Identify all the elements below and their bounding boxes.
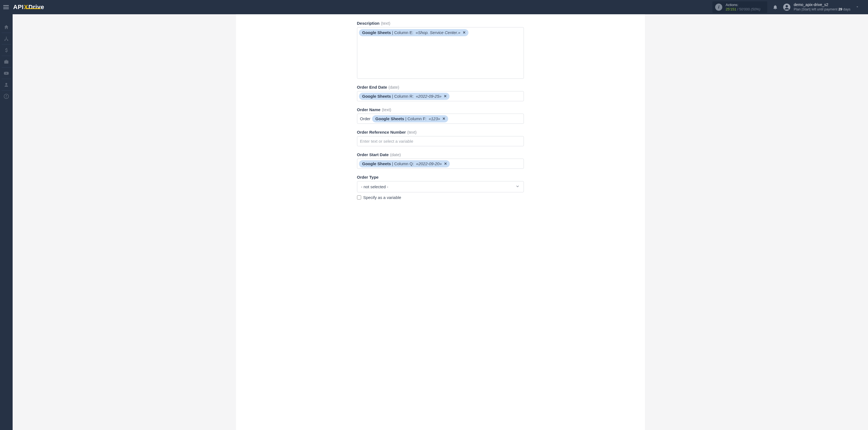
nav-help[interactable] <box>0 91 12 102</box>
field-order-ref: Order Reference Number (text) Enter text… <box>357 130 524 146</box>
chevron-down-icon <box>856 5 859 10</box>
avatar-icon <box>783 4 790 11</box>
form-card: Description (text) Google Sheets | Colum… <box>236 14 645 430</box>
nav-home[interactable] <box>0 22 12 33</box>
actions-numbers: 25'151 / 50'000 (50%) <box>725 7 760 11</box>
specify-as-variable-checkbox[interactable] <box>357 195 361 199</box>
field-label: Order Type <box>357 175 379 180</box>
field-description: Description (text) Google Sheets | Colum… <box>357 21 524 79</box>
nav-video[interactable] <box>0 67 12 79</box>
field-label: Order Name <box>357 107 381 112</box>
brand-logo[interactable]: API X Drive <box>13 4 44 11</box>
nav-tools[interactable] <box>0 56 12 67</box>
user-menu[interactable]: demo_apix-drive_s2 Plan |Start| left unt… <box>783 2 865 11</box>
nav-connections[interactable] <box>0 33 12 44</box>
brand-underline <box>26 8 41 9</box>
info-icon: i <box>715 4 722 11</box>
chip-remove-icon[interactable]: ✕ <box>444 93 447 99</box>
svg-point-1 <box>786 5 788 7</box>
field-type: (text) <box>381 21 390 26</box>
briefcase-icon <box>4 59 9 64</box>
brand-part-x: X <box>24 4 28 11</box>
page-body: Description (text) Google Sheets | Colum… <box>12 14 868 430</box>
field-label: Order End Date <box>357 85 387 89</box>
field-type: (text) <box>407 130 416 134</box>
field-label: Order Start Date <box>357 152 389 157</box>
help-icon <box>4 94 9 99</box>
field-order-start-date: Order Start Date (date) Google Sheets | … <box>357 152 524 169</box>
variable-chip[interactable]: Google Sheets | Column Q: «2022-09-20» ✕ <box>359 160 450 167</box>
specify-as-variable-label[interactable]: Specify as a variable <box>363 195 401 200</box>
sitemap-icon <box>4 36 9 41</box>
plan-line: Plan |Start| left until payment 29 days <box>794 7 850 12</box>
menu-toggle[interactable] <box>2 3 10 11</box>
actions-quota[interactable]: i Actions: 25'151 / 50'000 (50%) <box>712 1 767 13</box>
variable-chip[interactable]: Google Sheets | Column E: «Shop. Service… <box>359 29 468 36</box>
brand-part-api: API <box>13 4 24 11</box>
notifications-button[interactable] <box>771 2 780 12</box>
actions-used: 25'151 <box>725 7 736 11</box>
chevron-down-icon <box>515 184 520 189</box>
home-icon <box>4 24 9 30</box>
field-type: (date) <box>390 152 401 157</box>
description-input[interactable]: Google Sheets | Column E: «Shop. Service… <box>357 27 524 79</box>
variable-chip[interactable]: Google Sheets | Column F: «123» ✕ <box>372 115 448 122</box>
field-order-name: Order Name (text) Order Google Sheets | … <box>357 107 524 124</box>
brand-part-drive: Drive <box>28 4 44 11</box>
static-prefix: Order <box>359 116 370 121</box>
svg-point-2 <box>5 83 7 85</box>
order-start-date-input[interactable]: Google Sheets | Column Q: «2022-09-20» ✕ <box>357 159 524 169</box>
order-end-date-input[interactable]: Google Sheets | Column R: «2022-09-25» ✕ <box>357 91 524 101</box>
youtube-icon <box>4 70 9 76</box>
order-ref-input[interactable]: Enter text or select a variable <box>357 136 524 146</box>
order-name-input[interactable]: Order Google Sheets | Column F: «123» ✕ <box>357 114 524 124</box>
field-type: (date) <box>389 85 399 89</box>
actions-pct: (50%) <box>751 7 761 11</box>
chip-remove-icon[interactable]: ✕ <box>442 116 445 122</box>
bell-icon <box>773 4 778 10</box>
field-order-type: Order Type - not selected - Specify as a… <box>357 175 524 200</box>
topbar: API X Drive i Actions: 25'151 / 50'000 (… <box>0 0 868 14</box>
chip-remove-icon[interactable]: ✕ <box>463 30 466 36</box>
nav-billing[interactable] <box>0 44 12 56</box>
variable-chip[interactable]: Google Sheets | Column R: «2022-09-25» ✕ <box>359 93 450 100</box>
user-name: demo_apix-drive_s2 <box>794 2 850 7</box>
user-icon <box>4 82 9 88</box>
actions-label: Actions: <box>725 3 760 7</box>
field-type: (text) <box>382 107 391 112</box>
actions-total: 50'000 <box>739 7 750 11</box>
field-order-end-date: Order End Date (date) Google Sheets | Co… <box>357 85 524 101</box>
sidebar <box>0 14 12 430</box>
field-label: Description <box>357 21 380 26</box>
chip-remove-icon[interactable]: ✕ <box>444 161 447 167</box>
dollar-icon <box>4 48 9 53</box>
placeholder-text: Enter text or select a variable <box>359 139 413 144</box>
field-label: Order Reference Number <box>357 130 406 134</box>
select-value: - not selected - <box>361 184 388 189</box>
order-type-select[interactable]: - not selected - <box>357 181 524 192</box>
nav-account[interactable] <box>0 79 12 91</box>
